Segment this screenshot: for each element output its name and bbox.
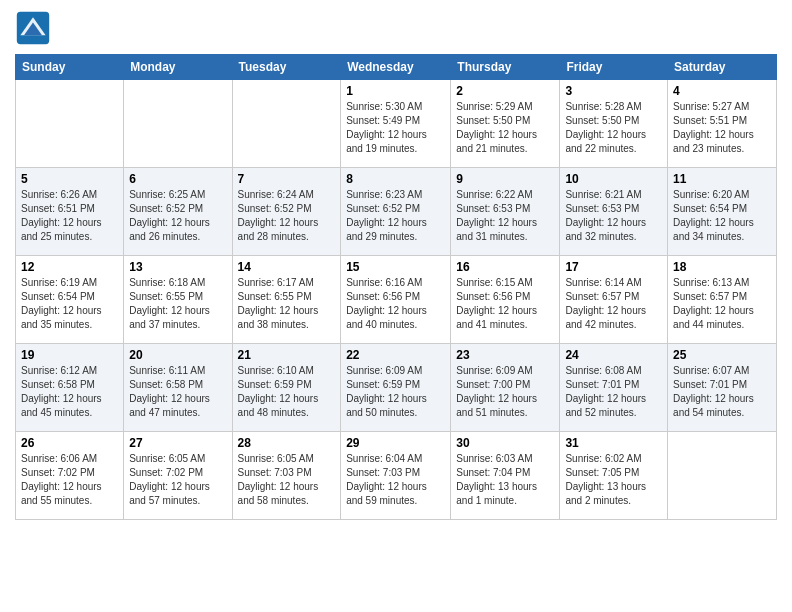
day-number: 17: [565, 260, 662, 274]
day-number: 30: [456, 436, 554, 450]
calendar-cell: 2Sunrise: 5:29 AM Sunset: 5:50 PM Daylig…: [451, 80, 560, 168]
day-number: 9: [456, 172, 554, 186]
calendar-cell: 20Sunrise: 6:11 AM Sunset: 6:58 PM Dayli…: [124, 344, 232, 432]
calendar-cell: 25Sunrise: 6:07 AM Sunset: 7:01 PM Dayli…: [668, 344, 777, 432]
day-number: 14: [238, 260, 336, 274]
header: [15, 10, 777, 46]
day-info: Sunrise: 5:27 AM Sunset: 5:51 PM Dayligh…: [673, 100, 771, 156]
day-number: 28: [238, 436, 336, 450]
day-info: Sunrise: 6:02 AM Sunset: 7:05 PM Dayligh…: [565, 452, 662, 508]
day-info: Sunrise: 6:17 AM Sunset: 6:55 PM Dayligh…: [238, 276, 336, 332]
day-info: Sunrise: 6:06 AM Sunset: 7:02 PM Dayligh…: [21, 452, 118, 508]
day-info: Sunrise: 6:09 AM Sunset: 7:00 PM Dayligh…: [456, 364, 554, 420]
calendar-body: 1Sunrise: 5:30 AM Sunset: 5:49 PM Daylig…: [16, 80, 777, 520]
day-info: Sunrise: 6:05 AM Sunset: 7:03 PM Dayligh…: [238, 452, 336, 508]
day-number: 5: [21, 172, 118, 186]
calendar-cell: [668, 432, 777, 520]
calendar-cell: 23Sunrise: 6:09 AM Sunset: 7:00 PM Dayli…: [451, 344, 560, 432]
calendar-cell: 10Sunrise: 6:21 AM Sunset: 6:53 PM Dayli…: [560, 168, 668, 256]
day-number: 23: [456, 348, 554, 362]
day-info: Sunrise: 6:08 AM Sunset: 7:01 PM Dayligh…: [565, 364, 662, 420]
calendar-cell: 16Sunrise: 6:15 AM Sunset: 6:56 PM Dayli…: [451, 256, 560, 344]
calendar-cell: 4Sunrise: 5:27 AM Sunset: 5:51 PM Daylig…: [668, 80, 777, 168]
day-info: Sunrise: 6:22 AM Sunset: 6:53 PM Dayligh…: [456, 188, 554, 244]
day-info: Sunrise: 6:11 AM Sunset: 6:58 PM Dayligh…: [129, 364, 226, 420]
calendar-cell: 14Sunrise: 6:17 AM Sunset: 6:55 PM Dayli…: [232, 256, 341, 344]
day-info: Sunrise: 5:30 AM Sunset: 5:49 PM Dayligh…: [346, 100, 445, 156]
day-info: Sunrise: 6:03 AM Sunset: 7:04 PM Dayligh…: [456, 452, 554, 508]
day-info: Sunrise: 6:19 AM Sunset: 6:54 PM Dayligh…: [21, 276, 118, 332]
day-info: Sunrise: 6:18 AM Sunset: 6:55 PM Dayligh…: [129, 276, 226, 332]
day-number: 6: [129, 172, 226, 186]
calendar-cell: 28Sunrise: 6:05 AM Sunset: 7:03 PM Dayli…: [232, 432, 341, 520]
calendar-header: SundayMondayTuesdayWednesdayThursdayFrid…: [16, 55, 777, 80]
day-number: 2: [456, 84, 554, 98]
calendar-cell: 31Sunrise: 6:02 AM Sunset: 7:05 PM Dayli…: [560, 432, 668, 520]
day-info: Sunrise: 5:28 AM Sunset: 5:50 PM Dayligh…: [565, 100, 662, 156]
calendar-cell: [232, 80, 341, 168]
weekday-header: Saturday: [668, 55, 777, 80]
calendar-cell: [16, 80, 124, 168]
day-info: Sunrise: 6:20 AM Sunset: 6:54 PM Dayligh…: [673, 188, 771, 244]
day-number: 27: [129, 436, 226, 450]
calendar-week: 12Sunrise: 6:19 AM Sunset: 6:54 PM Dayli…: [16, 256, 777, 344]
day-number: 3: [565, 84, 662, 98]
day-number: 10: [565, 172, 662, 186]
day-info: Sunrise: 6:21 AM Sunset: 6:53 PM Dayligh…: [565, 188, 662, 244]
calendar-cell: 27Sunrise: 6:05 AM Sunset: 7:02 PM Dayli…: [124, 432, 232, 520]
calendar-cell: 11Sunrise: 6:20 AM Sunset: 6:54 PM Dayli…: [668, 168, 777, 256]
day-number: 22: [346, 348, 445, 362]
calendar-cell: 24Sunrise: 6:08 AM Sunset: 7:01 PM Dayli…: [560, 344, 668, 432]
weekday-header: Sunday: [16, 55, 124, 80]
day-info: Sunrise: 5:29 AM Sunset: 5:50 PM Dayligh…: [456, 100, 554, 156]
logo: [15, 10, 55, 46]
day-info: Sunrise: 6:05 AM Sunset: 7:02 PM Dayligh…: [129, 452, 226, 508]
day-info: Sunrise: 6:07 AM Sunset: 7:01 PM Dayligh…: [673, 364, 771, 420]
calendar-cell: 15Sunrise: 6:16 AM Sunset: 6:56 PM Dayli…: [341, 256, 451, 344]
calendar: SundayMondayTuesdayWednesdayThursdayFrid…: [15, 54, 777, 520]
calendar-cell: [124, 80, 232, 168]
day-number: 24: [565, 348, 662, 362]
day-number: 26: [21, 436, 118, 450]
day-info: Sunrise: 6:10 AM Sunset: 6:59 PM Dayligh…: [238, 364, 336, 420]
day-number: 11: [673, 172, 771, 186]
day-info: Sunrise: 6:16 AM Sunset: 6:56 PM Dayligh…: [346, 276, 445, 332]
day-info: Sunrise: 6:04 AM Sunset: 7:03 PM Dayligh…: [346, 452, 445, 508]
day-info: Sunrise: 6:13 AM Sunset: 6:57 PM Dayligh…: [673, 276, 771, 332]
day-number: 4: [673, 84, 771, 98]
day-number: 20: [129, 348, 226, 362]
day-info: Sunrise: 6:23 AM Sunset: 6:52 PM Dayligh…: [346, 188, 445, 244]
day-number: 15: [346, 260, 445, 274]
logo-icon: [15, 10, 51, 46]
day-info: Sunrise: 6:26 AM Sunset: 6:51 PM Dayligh…: [21, 188, 118, 244]
day-info: Sunrise: 6:24 AM Sunset: 6:52 PM Dayligh…: [238, 188, 336, 244]
calendar-cell: 7Sunrise: 6:24 AM Sunset: 6:52 PM Daylig…: [232, 168, 341, 256]
weekday-header: Wednesday: [341, 55, 451, 80]
calendar-week: 26Sunrise: 6:06 AM Sunset: 7:02 PM Dayli…: [16, 432, 777, 520]
calendar-cell: 12Sunrise: 6:19 AM Sunset: 6:54 PM Dayli…: [16, 256, 124, 344]
calendar-cell: 5Sunrise: 6:26 AM Sunset: 6:51 PM Daylig…: [16, 168, 124, 256]
calendar-cell: 13Sunrise: 6:18 AM Sunset: 6:55 PM Dayli…: [124, 256, 232, 344]
day-number: 19: [21, 348, 118, 362]
calendar-week: 19Sunrise: 6:12 AM Sunset: 6:58 PM Dayli…: [16, 344, 777, 432]
calendar-cell: 18Sunrise: 6:13 AM Sunset: 6:57 PM Dayli…: [668, 256, 777, 344]
calendar-week: 5Sunrise: 6:26 AM Sunset: 6:51 PM Daylig…: [16, 168, 777, 256]
calendar-cell: 22Sunrise: 6:09 AM Sunset: 6:59 PM Dayli…: [341, 344, 451, 432]
day-info: Sunrise: 6:25 AM Sunset: 6:52 PM Dayligh…: [129, 188, 226, 244]
day-number: 1: [346, 84, 445, 98]
weekday-header: Friday: [560, 55, 668, 80]
day-number: 13: [129, 260, 226, 274]
day-number: 18: [673, 260, 771, 274]
day-number: 25: [673, 348, 771, 362]
calendar-cell: 19Sunrise: 6:12 AM Sunset: 6:58 PM Dayli…: [16, 344, 124, 432]
weekday-header: Thursday: [451, 55, 560, 80]
calendar-cell: 26Sunrise: 6:06 AM Sunset: 7:02 PM Dayli…: [16, 432, 124, 520]
day-info: Sunrise: 6:09 AM Sunset: 6:59 PM Dayligh…: [346, 364, 445, 420]
weekday-header: Tuesday: [232, 55, 341, 80]
day-number: 31: [565, 436, 662, 450]
calendar-cell: 17Sunrise: 6:14 AM Sunset: 6:57 PM Dayli…: [560, 256, 668, 344]
day-number: 29: [346, 436, 445, 450]
day-number: 21: [238, 348, 336, 362]
calendar-week: 1Sunrise: 5:30 AM Sunset: 5:49 PM Daylig…: [16, 80, 777, 168]
calendar-cell: 21Sunrise: 6:10 AM Sunset: 6:59 PM Dayli…: [232, 344, 341, 432]
